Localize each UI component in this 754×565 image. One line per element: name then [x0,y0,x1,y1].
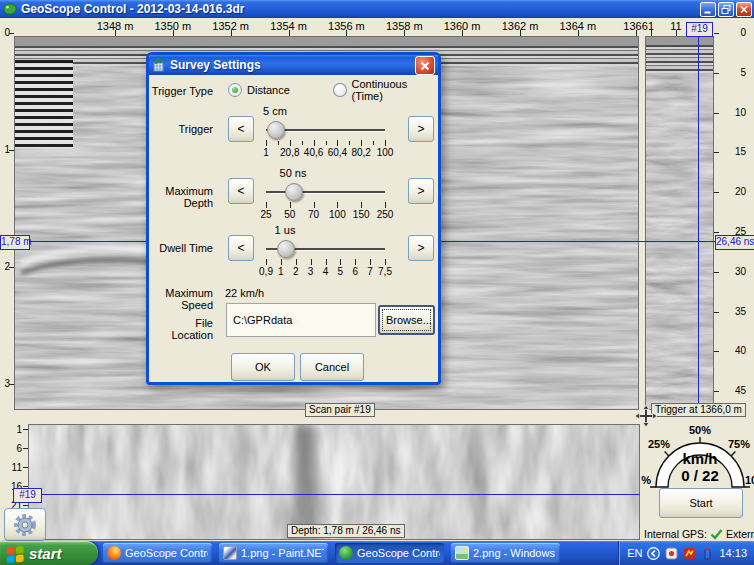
dwell-time-step-up-button[interactable]: > [408,235,434,261]
dwell-time-step-down-button[interactable]: < [228,235,254,261]
right-ruler-tick [714,33,719,34]
radio-label: Continuous (Time) [352,78,438,102]
trigger-step-up-button[interactable]: > [408,116,434,142]
internal-gps-label: Internal GPS: [644,528,707,540]
top-ruler-tick [676,30,677,36]
close-button[interactable] [736,2,752,17]
depth-readout-label: Depth: 1,78 m / 26,46 ns [287,524,405,538]
dwell-time-slider-thumb[interactable] [277,240,295,258]
taskbar-item-title: GeoScope Control - 2... [357,547,440,559]
radio-button[interactable] [333,83,347,97]
hide-icons-chevron-icon[interactable] [647,547,660,560]
browse-button[interactable]: Browse... [378,305,435,335]
scan-history-panel[interactable] [28,424,640,540]
taskbar-item-title: 2.png - Windows Pict... [473,547,556,559]
cancel-button[interactable]: Cancel [300,353,364,381]
right-ruler-tick [714,232,719,233]
ok-button[interactable]: OK [231,353,295,381]
top-ruler-tick [231,30,232,36]
left-ruler-tick [9,384,14,385]
right-ruler-label: 40 [720,345,746,356]
taskbar-item[interactable]: GeoScope Control - 2... [335,543,444,563]
start-menu-button[interactable]: start [0,541,98,565]
trigger-type-options: DistanceContinuous (Time) [149,83,438,97]
bottom-ruler-tick [23,429,28,430]
slider-tick [281,259,282,265]
slider-tick [385,140,386,146]
dwell-time-slider[interactable]: 1 us 0,912345677,5 [263,222,393,280]
start-survey-button[interactable]: Start [659,488,743,518]
right-ruler-label: 35 [720,306,746,317]
move-handle-icon[interactable] [635,405,657,427]
firefox-icon [107,546,121,560]
gear-icon [12,512,38,538]
title-bar: GeoScope Control - 2012-03-14-016.3dr [0,0,754,18]
radio-option-continuous[interactable]: Continuous (Time) [333,83,438,97]
settings-button[interactable] [4,508,46,541]
trigger-at-label: Trigger at 1366,0 m [651,403,746,417]
depth-marker-left: 1,78 m [0,235,30,250]
top-ruler-tick [346,30,347,36]
trigger-slider-thumb[interactable] [267,121,285,139]
right-ruler-label: 0 [720,27,746,38]
file-location-input[interactable]: C:\GPRdata [226,303,376,337]
right-ruler-label: 45 [720,385,746,396]
max-depth-slider-thumb[interactable] [285,183,303,201]
scan-pair-label: Scan pair #19 [305,403,375,417]
top-ruler-tick [462,30,463,36]
slider-minor-tick [302,141,303,145]
restore-button[interactable] [718,2,734,17]
top-ruler-tick [651,30,652,36]
gauge-label-25: 25% [642,438,676,450]
right-ruler-label: 15 [720,146,746,157]
trigger-step-down-button[interactable]: < [228,116,254,142]
taskbar-item[interactable]: 2.png - Windows Pict... [451,543,560,563]
max-depth-step-down-button[interactable]: < [228,178,254,204]
start-button-label: start [29,545,62,562]
max-depth-step-up-button[interactable]: > [408,178,434,204]
left-ruler-tick [9,150,14,151]
slider-tick-label: 7,5 [368,266,402,277]
dialog-title: Survey Settings [170,58,261,72]
close-icon [738,4,750,15]
dwell-time-slider-value: 1 us [260,224,310,236]
max-depth-slider-track [266,191,385,194]
gauge-speed-value: 0 / 22 [670,467,730,484]
max-speed-value: 22 km/h [225,287,264,299]
slider-tick [337,140,338,146]
dialog-close-button[interactable] [415,56,435,75]
right-ruler-label: 30 [720,266,746,277]
trigger-slider[interactable]: 5 cm 120,840,660,480,2100 [263,103,393,161]
dialog-close-icon [419,60,431,72]
slider-tick [266,202,267,208]
slider-tick [361,202,362,208]
language-indicator[interactable]: EN [627,547,642,559]
radio-button[interactable] [228,83,242,97]
radio-option-distance[interactable]: Distance [228,83,290,97]
top-ruler-tick [289,30,290,36]
geoscope-icon [339,546,353,560]
taskbar-item[interactable]: GeoScope Control - M... [103,543,212,563]
right-ruler-tick [714,312,719,313]
slider-tick [337,202,338,208]
slider-tick [340,259,341,265]
trigger-slider-label: Trigger [151,123,213,135]
clock[interactable]: 14:13 [719,547,747,559]
tray-device-icon[interactable] [665,547,678,560]
scan-history-texture [29,425,639,539]
tray-graphics-icon[interactable] [683,547,696,560]
max-depth-slider[interactable]: 50 ns 255070100150250 [263,165,393,223]
scan-pair-panel[interactable] [645,36,714,410]
survey-settings-dialog: Survey Settings Trigger Type DistanceCon… [146,52,441,385]
slider-tick [290,140,291,146]
tray-battery-icon[interactable] [701,547,714,560]
taskbar-item[interactable]: 1.png - Paint.NET v3.... [219,543,328,563]
scan-history-marker-line[interactable] [28,494,640,495]
dialog-title-bar[interactable]: Survey Settings [149,55,438,75]
trigger-slider-value: 5 cm [250,105,300,117]
minimize-button[interactable] [700,2,716,17]
top-ruler-tick [520,30,521,36]
slider-tick-label: 250 [368,209,402,220]
bottom-ruler-label: 1 [0,424,22,435]
trigger-position-line[interactable] [698,36,699,410]
